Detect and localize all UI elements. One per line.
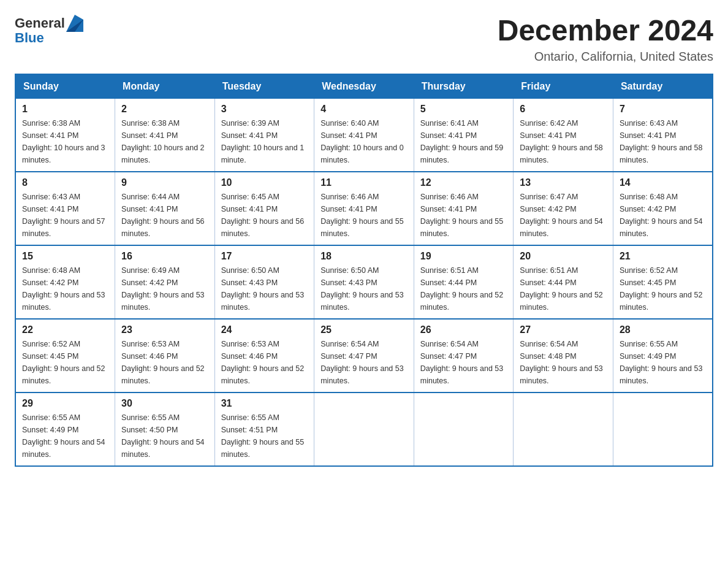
daylight-label: Daylight: 9 hours and 52 minutes. — [22, 364, 105, 385]
day-number: 17 — [221, 251, 308, 262]
daylight-label: Daylight: 10 hours and 0 minutes. — [320, 144, 404, 164]
day-number: 16 — [121, 251, 208, 262]
day-info: Sunrise: 6:40 AM Sunset: 4:41 PM Dayligh… — [320, 117, 408, 166]
sunrise-label: Sunrise: 6:46 AM — [320, 193, 379, 201]
weekday-header-row: Sunday Monday Tuesday Wednesday Thursday… — [15, 74, 713, 99]
calendar-cell — [613, 393, 713, 466]
sunset-label: Sunset: 4:42 PM — [22, 278, 78, 287]
daylight-label: Daylight: 9 hours and 54 minutes. — [620, 217, 703, 238]
logo-icon — [66, 15, 83, 32]
day-info: Sunrise: 6:43 AM Sunset: 4:41 PM Dayligh… — [620, 117, 706, 166]
calendar-cell: 19 Sunrise: 6:51 AM Sunset: 4:44 PM Dayl… — [414, 245, 514, 319]
daylight-label: Daylight: 9 hours and 52 minutes. — [620, 291, 703, 312]
header-tuesday: Tuesday — [214, 74, 314, 99]
daylight-label: Daylight: 9 hours and 53 minutes. — [320, 364, 404, 385]
sunset-label: Sunset: 4:41 PM — [22, 131, 78, 140]
day-number: 11 — [320, 177, 408, 188]
daylight-label: Daylight: 9 hours and 58 minutes. — [620, 144, 703, 164]
sunset-label: Sunset: 4:49 PM — [620, 352, 676, 361]
calendar-cell: 10 Sunrise: 6:45 AM Sunset: 4:41 PM Dayl… — [214, 172, 314, 245]
sunset-label: Sunset: 4:43 PM — [320, 278, 377, 287]
sunrise-label: Sunrise: 6:47 AM — [520, 193, 578, 201]
sunset-label: Sunset: 4:41 PM — [420, 205, 477, 213]
sunset-label: Sunset: 4:45 PM — [620, 278, 676, 287]
day-info: Sunrise: 6:45 AM Sunset: 4:41 PM Dayligh… — [221, 191, 308, 240]
calendar-cell: 17 Sunrise: 6:50 AM Sunset: 4:43 PM Dayl… — [214, 245, 314, 319]
sunset-label: Sunset: 4:41 PM — [121, 205, 178, 213]
sunrise-label: Sunrise: 6:55 AM — [221, 413, 279, 422]
calendar-cell: 18 Sunrise: 6:50 AM Sunset: 4:43 PM Dayl… — [314, 245, 414, 319]
day-number: 20 — [520, 251, 607, 262]
sunset-label: Sunset: 4:41 PM — [620, 131, 676, 140]
calendar-cell — [314, 393, 414, 466]
day-number: 27 — [520, 324, 607, 335]
sunrise-label: Sunrise: 6:40 AM — [320, 119, 379, 128]
logo-text-blue: Blue — [15, 30, 44, 45]
daylight-label: Daylight: 9 hours and 55 minutes. — [320, 217, 404, 238]
calendar-cell: 9 Sunrise: 6:44 AM Sunset: 4:41 PM Dayli… — [115, 172, 215, 245]
calendar-cell: 25 Sunrise: 6:54 AM Sunset: 4:47 PM Dayl… — [314, 319, 414, 393]
daylight-label: Daylight: 9 hours and 53 minutes. — [221, 291, 305, 312]
sunrise-label: Sunrise: 6:51 AM — [520, 266, 578, 275]
calendar-cell: 14 Sunrise: 6:48 AM Sunset: 4:42 PM Dayl… — [613, 172, 713, 245]
location-subtitle: Ontario, California, United States — [498, 50, 713, 64]
calendar-cell: 12 Sunrise: 6:46 AM Sunset: 4:41 PM Dayl… — [414, 172, 514, 245]
calendar-cell: 5 Sunrise: 6:41 AM Sunset: 4:41 PM Dayli… — [414, 98, 514, 172]
day-number: 1 — [22, 104, 108, 115]
header-wednesday: Wednesday — [314, 74, 414, 99]
calendar-week-row-5: 29 Sunrise: 6:55 AM Sunset: 4:49 PM Dayl… — [15, 393, 713, 466]
day-info: Sunrise: 6:51 AM Sunset: 4:44 PM Dayligh… — [420, 264, 507, 313]
calendar-cell: 20 Sunrise: 6:51 AM Sunset: 4:44 PM Dayl… — [514, 245, 613, 319]
daylight-label: Daylight: 9 hours and 56 minutes. — [121, 217, 205, 238]
calendar-cell: 28 Sunrise: 6:55 AM Sunset: 4:49 PM Dayl… — [613, 319, 713, 393]
day-info: Sunrise: 6:42 AM Sunset: 4:41 PM Dayligh… — [520, 117, 607, 166]
calendar-cell — [514, 393, 613, 466]
day-number: 22 — [22, 324, 108, 335]
sunrise-label: Sunrise: 6:44 AM — [121, 193, 180, 201]
daylight-label: Daylight: 9 hours and 53 minutes. — [121, 291, 205, 312]
day-number: 28 — [620, 324, 706, 335]
sunrise-label: Sunrise: 6:51 AM — [420, 266, 479, 275]
sunset-label: Sunset: 4:41 PM — [221, 131, 278, 140]
daylight-label: Daylight: 9 hours and 54 minutes. — [22, 438, 105, 459]
day-info: Sunrise: 6:49 AM Sunset: 4:42 PM Dayligh… — [121, 264, 208, 313]
day-info: Sunrise: 6:54 AM Sunset: 4:47 PM Dayligh… — [320, 338, 408, 387]
day-info: Sunrise: 6:48 AM Sunset: 4:42 PM Dayligh… — [620, 191, 706, 240]
day-info: Sunrise: 6:50 AM Sunset: 4:43 PM Dayligh… — [221, 264, 308, 313]
calendar-cell: 11 Sunrise: 6:46 AM Sunset: 4:41 PM Dayl… — [314, 172, 414, 245]
day-info: Sunrise: 6:55 AM Sunset: 4:49 PM Dayligh… — [22, 412, 108, 461]
sunset-label: Sunset: 4:41 PM — [22, 205, 78, 213]
calendar-cell: 8 Sunrise: 6:43 AM Sunset: 4:41 PM Dayli… — [15, 172, 115, 245]
day-info: Sunrise: 6:54 AM Sunset: 4:48 PM Dayligh… — [520, 338, 607, 387]
day-info: Sunrise: 6:55 AM Sunset: 4:50 PM Dayligh… — [121, 412, 208, 461]
daylight-label: Daylight: 9 hours and 52 minutes. — [221, 364, 305, 385]
month-year-title: December 2024 — [498, 15, 713, 47]
sunrise-label: Sunrise: 6:53 AM — [221, 340, 279, 348]
calendar-cell: 15 Sunrise: 6:48 AM Sunset: 4:42 PM Dayl… — [15, 245, 115, 319]
sunrise-label: Sunrise: 6:42 AM — [520, 119, 578, 128]
sunrise-label: Sunrise: 6:55 AM — [620, 340, 678, 348]
day-info: Sunrise: 6:46 AM Sunset: 4:41 PM Dayligh… — [320, 191, 408, 240]
daylight-label: Daylight: 9 hours and 57 minutes. — [22, 217, 105, 238]
day-number: 14 — [620, 177, 706, 188]
day-number: 6 — [520, 104, 607, 115]
calendar-week-row-2: 8 Sunrise: 6:43 AM Sunset: 4:41 PM Dayli… — [15, 172, 713, 245]
sunset-label: Sunset: 4:49 PM — [22, 426, 78, 434]
calendar-cell: 3 Sunrise: 6:39 AM Sunset: 4:41 PM Dayli… — [214, 98, 314, 172]
calendar-cell: 31 Sunrise: 6:55 AM Sunset: 4:51 PM Dayl… — [214, 393, 314, 466]
day-info: Sunrise: 6:44 AM Sunset: 4:41 PM Dayligh… — [121, 191, 208, 240]
day-info: Sunrise: 6:39 AM Sunset: 4:41 PM Dayligh… — [221, 117, 308, 166]
sunrise-label: Sunrise: 6:50 AM — [221, 266, 279, 275]
calendar-cell: 7 Sunrise: 6:43 AM Sunset: 4:41 PM Dayli… — [613, 98, 713, 172]
calendar-cell: 22 Sunrise: 6:52 AM Sunset: 4:45 PM Dayl… — [15, 319, 115, 393]
sunrise-label: Sunrise: 6:49 AM — [121, 266, 180, 275]
sunset-label: Sunset: 4:44 PM — [520, 278, 576, 287]
daylight-label: Daylight: 9 hours and 52 minutes. — [121, 364, 205, 385]
daylight-label: Daylight: 9 hours and 52 minutes. — [420, 291, 504, 312]
calendar-cell: 24 Sunrise: 6:53 AM Sunset: 4:46 PM Dayl… — [214, 319, 314, 393]
daylight-label: Daylight: 10 hours and 1 minute. — [221, 144, 305, 164]
sunrise-label: Sunrise: 6:39 AM — [221, 119, 279, 128]
calendar-week-row-3: 15 Sunrise: 6:48 AM Sunset: 4:42 PM Dayl… — [15, 245, 713, 319]
day-number: 4 — [320, 104, 408, 115]
daylight-label: Daylight: 9 hours and 55 minutes. — [221, 438, 305, 459]
